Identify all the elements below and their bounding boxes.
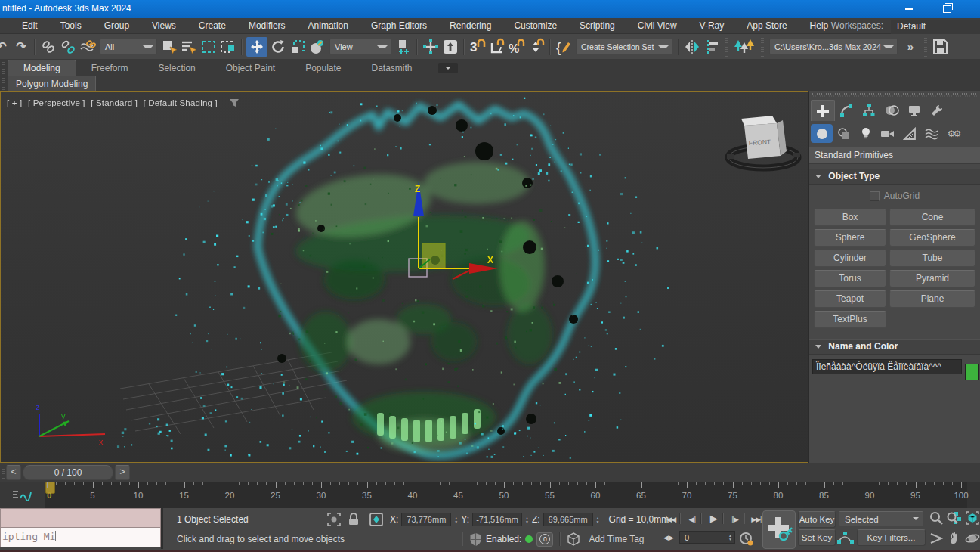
ribbon-tab-object-paint[interactable]: Object Paint [211, 60, 290, 76]
save-file-button[interactable] [931, 37, 949, 57]
object-type-button[interactable]: Box [814, 209, 886, 226]
viewport-menu-pov[interactable]: [ Perspective ] [28, 98, 85, 107]
z-spinner[interactable]: ▲▼ [596, 516, 600, 523]
next-frame-button[interactable]: > [115, 465, 130, 480]
autogrid-checkbox[interactable] [870, 191, 880, 201]
x-coordinate-field[interactable]: 73,776mm [401, 513, 451, 526]
zoom-button[interactable] [928, 510, 944, 526]
tab-modify[interactable] [835, 101, 858, 121]
previous-frame-button[interactable]: < [6, 465, 21, 480]
category-cameras[interactable] [876, 124, 898, 143]
object-type-button[interactable]: Cylinder [814, 250, 886, 267]
menu-item[interactable]: Rendering [438, 20, 502, 31]
menu-item[interactable]: Modifiers [237, 20, 297, 31]
percent-snap-toggle-button[interactable]: % [508, 37, 526, 57]
panel-tab-polygon-modeling[interactable]: Polygon Modeling [8, 76, 96, 91]
menu-item[interactable]: Animation [297, 20, 360, 31]
mini-curve-editor-button[interactable] [0, 482, 46, 508]
tab-display[interactable] [903, 101, 926, 121]
bind-to-space-warp-button[interactable] [79, 37, 97, 57]
play-button[interactable]: ▶ [706, 511, 722, 526]
z-coordinate-field[interactable]: 69,665mm [543, 513, 593, 526]
select-and-manipulate-button[interactable] [422, 37, 440, 57]
angle-snap-toggle-button[interactable] [488, 37, 506, 57]
selection-set-animation-dropdown[interactable]: Selected [839, 511, 923, 526]
category-geometry[interactable] [811, 124, 833, 143]
select-and-place-button[interactable] [308, 37, 326, 57]
set-keys-button[interactable] [762, 510, 796, 549]
zoom-extents-selected-button[interactable] [964, 510, 980, 526]
ribbon-tab-freeform[interactable]: Freeform [76, 60, 144, 76]
pan-view-button[interactable] [946, 530, 963, 547]
mirror-button[interactable] [683, 37, 701, 57]
project-folder-dropdown[interactable]: C:\Users\Kro...3ds Max 2024 [769, 39, 898, 54]
category-lights[interactable] [855, 124, 876, 143]
selection-filter-dropdown[interactable]: All [100, 39, 157, 54]
y-spinner[interactable]: ▲▼ [525, 516, 529, 523]
select-and-rotate-button[interactable] [269, 37, 287, 57]
tab-motion[interactable] [880, 101, 903, 121]
redo-button[interactable]: ↷ [12, 37, 30, 57]
ribbon-tab-selection[interactable]: Selection [143, 60, 210, 76]
keyboard-shortcut-override-button[interactable] [441, 37, 459, 57]
ribbon-minimize-button[interactable] [438, 63, 458, 73]
viewport-menu-general[interactable]: [ + ] [7, 98, 23, 107]
frame-step-arrows-icon[interactable]: ◀▶ [663, 534, 674, 541]
next-frame-playback-button[interactable]: ||▶ [727, 512, 743, 527]
object-type-button[interactable]: Plane [889, 290, 975, 308]
category-systems[interactable]: ⚙⚙ [942, 124, 964, 143]
ribbon-tab-datasmith[interactable]: Datasmith [357, 60, 428, 76]
menu-item[interactable]: Customize [502, 20, 568, 31]
y-coordinate-field[interactable]: -71,516mm [472, 513, 522, 526]
object-type-button[interactable]: Pyramid [889, 270, 975, 287]
listener-macro-row[interactable] [0, 508, 161, 528]
menu-item[interactable]: App Store [735, 20, 798, 31]
viewport-menu-renderer[interactable]: [ Standard ] [91, 98, 138, 107]
restore-button[interactable] [930, 0, 963, 18]
viewcube[interactable]: FRONT [727, 116, 800, 168]
current-frame-field[interactable]: 0 ▲▼ [679, 531, 735, 544]
object-type-rollout-header[interactable]: Object Type [809, 169, 980, 185]
object-name-input[interactable]: Ïîeñåâàà^Óéüÿïà Ëåîïèàïâïà^^^ [812, 359, 962, 374]
zoom-all-button[interactable] [946, 510, 963, 526]
object-type-button[interactable]: Sphere [814, 229, 886, 247]
undo-button[interactable]: ↶ [0, 37, 11, 57]
ribbon-tab-populate[interactable]: Populate [290, 60, 356, 76]
maxscript-mini-listener[interactable]: ipting Mi [0, 508, 163, 549]
category-space-warps[interactable] [920, 124, 942, 143]
select-and-scale-button[interactable] [289, 37, 307, 57]
workspace-select[interactable]: Default [891, 20, 980, 34]
orbit-button[interactable] [964, 530, 980, 547]
selection-lock-icon[interactable] [348, 512, 360, 527]
spinner-snap-toggle-button[interactable] [527, 37, 546, 57]
add-time-tag[interactable]: Add Time Tag [589, 534, 644, 544]
toggle-scene-explorer-button[interactable] [731, 37, 757, 57]
tab-create[interactable] [811, 100, 835, 121]
object-color-swatch[interactable] [965, 364, 979, 380]
select-by-name-button[interactable] [180, 37, 198, 57]
menu-item[interactable]: Views [141, 20, 187, 31]
rectangular-selection-region-button[interactable] [199, 37, 218, 57]
select-and-move-button[interactable] [246, 37, 267, 57]
reference-coordinate-system-dropdown[interactable]: View [329, 39, 391, 54]
object-type-button[interactable]: Tube [889, 250, 975, 267]
snap-toggle-3d-button[interactable]: 3 [468, 37, 487, 57]
primitive-category-dropdown[interactable]: Standard Primitives [809, 147, 980, 164]
tab-utilities[interactable] [926, 101, 948, 121]
category-helpers[interactable] [898, 124, 920, 143]
toolbar-overflow-button[interactable]: » [901, 37, 920, 57]
set-key-button[interactable]: Set Key [798, 529, 836, 546]
unlink-selection-button[interactable] [59, 37, 77, 57]
named-selection-set-dropdown[interactable]: Create Selection Set [576, 39, 672, 54]
perspective-viewport[interactable]: Z X z x y FRONT [ + ] [ Perspective ] [ … [0, 91, 808, 463]
frame-spinner[interactable]: ▲▼ [728, 534, 732, 541]
listener-script-row[interactable]: ipting Mi [0, 528, 161, 547]
menu-item[interactable]: Edit [11, 20, 49, 31]
menu-item[interactable]: Civil View [626, 20, 688, 31]
select-and-link-button[interactable] [39, 37, 57, 57]
menu-item[interactable]: V-Ray [688, 20, 736, 31]
adaptive-degradation-shield-icon[interactable] [469, 532, 482, 547]
field-of-view-button[interactable] [928, 530, 944, 547]
menu-item[interactable]: Tools [49, 20, 93, 31]
isolate-selection-icon[interactable] [326, 512, 342, 527]
